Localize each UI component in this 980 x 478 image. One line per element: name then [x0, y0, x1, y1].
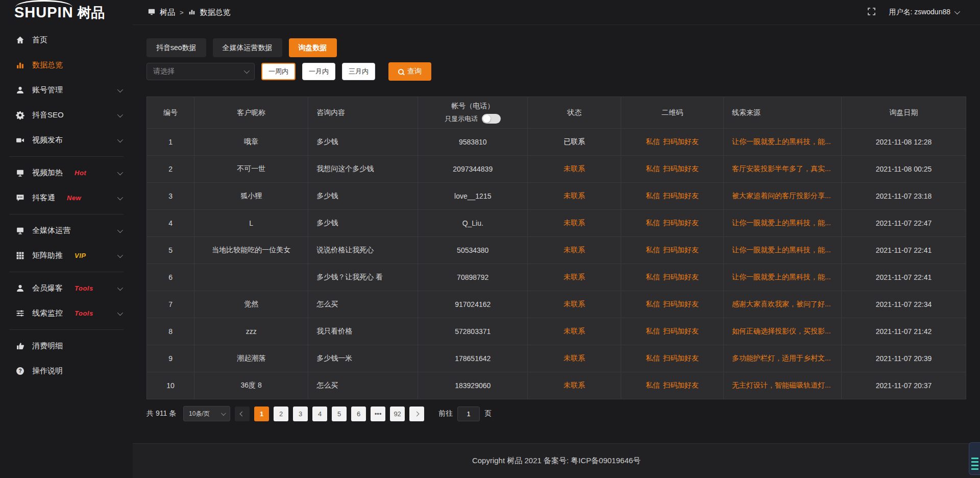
phone-only-toggle[interactable] — [482, 114, 501, 124]
private-message-link[interactable]: 私信 — [646, 300, 660, 308]
more-pages-button[interactable]: ••• — [371, 407, 385, 421]
page-button-6[interactable]: 6 — [351, 407, 366, 421]
private-message-link[interactable]: 私信 — [646, 164, 660, 173]
user-menu[interactable]: 用户名: zswodun88 — [889, 8, 959, 17]
cell-source: 让你一眼就爱上的黑科技，能... — [723, 264, 841, 291]
filter-bar: 请选择 一周内 一月内 三月内 查询 — [146, 62, 966, 81]
sidebar-item-member-leads[interactable]: 会员爆客 Tools — [0, 276, 133, 301]
page-button-2[interactable]: 2 — [274, 407, 288, 421]
cell-nickname: zzz — [194, 318, 308, 345]
private-message-link[interactable]: 私信 — [646, 327, 660, 335]
scan-add-friend-link[interactable]: 扫码加好友 — [663, 192, 699, 200]
lead-source-link[interactable]: 让你一眼就爱上的黑科技，能... — [732, 246, 831, 254]
lead-source-link[interactable]: 感谢大家喜欢我家，被问了好... — [732, 300, 831, 308]
tab-douyin-seo-data[interactable]: 抖音seo数据 — [146, 38, 206, 57]
status-badge: 未联系 — [528, 183, 621, 210]
scan-add-friend-link[interactable]: 扫码加好友 — [663, 137, 699, 146]
search-button[interactable]: 查询 — [388, 62, 431, 81]
page-button-3[interactable]: 3 — [293, 407, 308, 421]
sidebar-item-data-overview[interactable]: 数据总览 — [0, 53, 133, 78]
sidebar-item-matrix-boost[interactable]: 矩阵助推 VIP — [0, 243, 133, 268]
goto-label: 前往 — [438, 409, 453, 418]
page-button-1[interactable]: 1 — [254, 407, 269, 421]
scan-add-friend-link[interactable]: 扫码加好友 — [663, 300, 699, 308]
scan-add-friend-link[interactable]: 扫码加好友 — [663, 246, 699, 254]
lead-source-link[interactable]: 让你一眼就爱上的黑科技，能... — [732, 137, 831, 146]
private-message-link[interactable]: 私信 — [646, 192, 660, 200]
column-header-nickname: 客户昵称 — [194, 97, 308, 129]
cell-content: 怎么买 — [308, 372, 418, 399]
period-quarter-button[interactable]: 三月内 — [342, 63, 375, 80]
video-camera-icon — [15, 136, 24, 145]
svg-text:?: ? — [18, 368, 21, 374]
cell-nickname: 当地比较能吃的一位美女 — [194, 237, 308, 264]
tab-omnimedia-data[interactable]: 全媒体运营数据 — [213, 38, 282, 57]
hot-badge: Hot — [75, 169, 86, 177]
page-button-92[interactable]: 92 — [390, 407, 405, 421]
sidebar-item-account-mgmt[interactable]: 账号管理 — [0, 78, 133, 103]
scan-add-friend-link[interactable]: 扫码加好友 — [663, 327, 699, 335]
scan-add-friend-link[interactable]: 扫码加好友 — [663, 219, 699, 227]
page-size-select[interactable]: 10条/页 — [183, 406, 230, 421]
lead-source-link[interactable]: 被大家追着问的客厅投影分享... — [732, 192, 831, 200]
sidebar-item-instructions[interactable]: ? 操作说明 — [0, 358, 133, 384]
scan-add-friend-link[interactable]: 扫码加好友 — [663, 164, 699, 173]
chevron-down-icon — [117, 194, 123, 200]
scan-add-friend-link[interactable]: 扫码加好友 — [663, 381, 699, 389]
breadcrumb-root[interactable]: 树品 — [160, 8, 175, 17]
tab-inquiry-data[interactable]: 询盘数据 — [289, 38, 337, 57]
period-week-button[interactable]: 一周内 — [261, 63, 296, 80]
sidebar-item-label: 消费明细 — [32, 341, 63, 351]
cell-no: 3 — [147, 183, 194, 210]
cell-nickname: 狐小狸 — [194, 183, 308, 210]
scan-add-friend-link[interactable]: 扫码加好友 — [663, 354, 699, 362]
sidebar-item-video-heating[interactable]: 视频加热 Hot — [0, 160, 133, 185]
sidebar-item-douyin-seo[interactable]: 抖音SEO — [0, 103, 133, 128]
sidebar: 首页 数据总览 账号管理 抖音SEO 视频发布 视频加热 Hot 抖客通 New… — [0, 25, 133, 478]
lead-source-link[interactable]: 如何正确选择投影仪，买投影... — [732, 327, 831, 335]
page-button-4[interactable]: 4 — [312, 407, 327, 421]
sidebar-item-label: 视频发布 — [32, 135, 63, 145]
table-header-row: 编号 客户昵称 咨询内容 帐号（电话） 只显示电话 状态 二维码 线索来源 询盘… — [147, 97, 966, 129]
sidebar-item-lead-monitor[interactable]: 线索监控 Tools — [0, 301, 133, 326]
next-page-button[interactable] — [409, 407, 424, 421]
sidebar-item-douketong[interactable]: 抖客通 New — [0, 185, 133, 210]
cell-nickname: 哦章 — [194, 129, 308, 156]
fullscreen-icon[interactable] — [868, 8, 875, 17]
cell-nickname: 觉然 — [194, 291, 308, 318]
scan-add-friend-link[interactable]: 扫码加好友 — [663, 273, 699, 281]
cell-qrcode: 私信扫码加好友 — [621, 210, 724, 237]
status-badge: 已联系 — [528, 129, 621, 156]
sidebar-item-label: 账号管理 — [32, 85, 63, 95]
sidebar-item-label: 抖音SEO — [32, 110, 64, 120]
lead-source-link[interactable]: 客厅安装投影半年多了，真实... — [732, 164, 831, 173]
private-message-link[interactable]: 私信 — [646, 273, 660, 281]
sidebar-item-omnimedia[interactable]: 全媒体运营 — [0, 218, 133, 243]
private-message-link[interactable]: 私信 — [646, 354, 660, 362]
cell-qrcode: 私信扫码加好友 — [621, 264, 724, 291]
period-month-button[interactable]: 一月内 — [302, 63, 335, 80]
lead-source-link[interactable]: 多功能护栏灯，适用于乡村文... — [732, 354, 831, 362]
home-icon — [15, 36, 24, 45]
column-header-no: 编号 — [147, 97, 194, 129]
breadcrumb-current: 数据总览 — [200, 8, 231, 17]
private-message-link[interactable]: 私信 — [646, 219, 660, 227]
private-message-link[interactable]: 私信 — [646, 381, 660, 389]
account-select[interactable]: 请选择 — [146, 63, 255, 80]
private-message-link[interactable]: 私信 — [646, 137, 660, 146]
sidebar-item-expense-detail[interactable]: 消费明细 — [0, 333, 133, 358]
cell-content: 多少钱 — [308, 183, 418, 210]
floating-service-widget[interactable] — [969, 442, 980, 475]
sidebar-item-video-publish[interactable]: 视频发布 — [0, 128, 133, 153]
sidebar-item-home[interactable]: 首页 — [0, 28, 133, 53]
lead-source-link[interactable]: 无主灯设计，智能磁吸轨道灯... — [732, 381, 831, 389]
status-badge: 未联系 — [528, 345, 621, 372]
private-message-link[interactable]: 私信 — [646, 246, 660, 254]
prev-page-button[interactable] — [235, 407, 250, 421]
status-badge: 未联系 — [528, 264, 621, 291]
goto-page-input[interactable] — [457, 407, 480, 421]
cell-content: 说说价格让我死心 — [308, 237, 418, 264]
page-button-5[interactable]: 5 — [332, 407, 347, 421]
lead-source-link[interactable]: 让你一眼就爱上的黑科技，能... — [732, 273, 831, 281]
lead-source-link[interactable]: 让你一眼就爱上的黑科技，能... — [732, 219, 831, 227]
